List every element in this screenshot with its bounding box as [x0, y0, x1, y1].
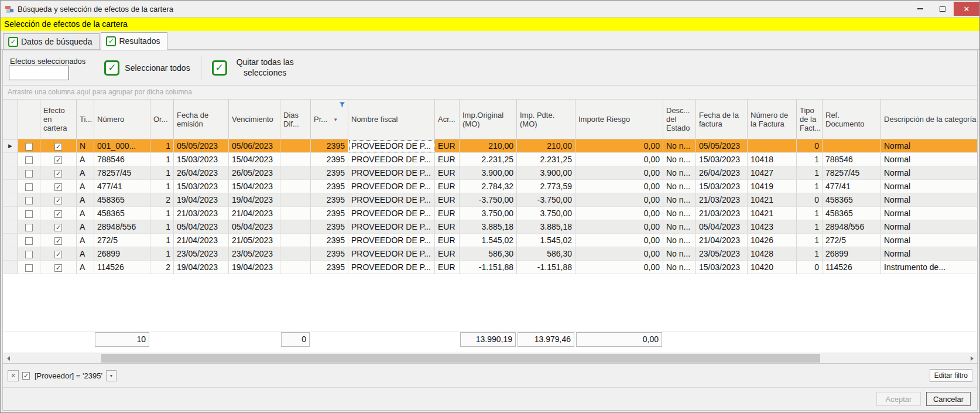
cell-ti[interactable]: A — [77, 193, 94, 207]
cell-tipofact[interactable]: 0 — [797, 193, 823, 207]
table-row[interactable]: ✓A788546115/03/202315/04/20232395PROVEED… — [3, 153, 977, 166]
cell-check[interactable] — [18, 193, 40, 207]
cell-numfact[interactable]: 10421 — [748, 207, 797, 220]
cell-check[interactable] — [18, 261, 40, 274]
col-header-or[interactable]: Or... — [150, 100, 174, 139]
cell-venc[interactable]: 26/05/2023 — [229, 166, 280, 180]
scroll-right-button[interactable] — [967, 353, 977, 363]
cell-ffactura[interactable]: 23/05/2023 — [696, 247, 748, 261]
cell-check[interactable] — [18, 234, 40, 247]
cell-efecto[interactable]: ✓ — [40, 261, 77, 274]
cell-ti[interactable]: A — [77, 234, 94, 247]
cell-acr[interactable]: EUR — [435, 180, 460, 193]
cell-nombre[interactable]: PROVEEDOR DE P... — [348, 234, 435, 247]
cell-ti[interactable]: A — [77, 220, 94, 234]
cell-nombre[interactable]: PROVEEDOR DE P... — [348, 220, 435, 234]
cell-categoria[interactable]: Normal — [881, 180, 977, 193]
cell-imppdte[interactable]: 210,00 — [517, 139, 575, 153]
cell-numero[interactable]: 477/41 — [94, 180, 150, 193]
cell-venc[interactable]: 15/04/2023 — [229, 153, 280, 166]
cell-efecto[interactable]: ✓ — [40, 220, 77, 234]
cell-numero[interactable]: 26899 — [94, 247, 150, 261]
table-row[interactable]: ✓A78257/45126/04/202326/05/20232395PROVE… — [3, 166, 977, 180]
checkbox-unchecked[interactable] — [25, 170, 33, 178]
scroll-left-button[interactable] — [3, 353, 13, 363]
cell-ti[interactable]: A — [77, 153, 94, 166]
cell-numero[interactable]: 458365 — [94, 207, 150, 220]
table-row[interactable]: ✓A458365219/04/202319/04/20232395PROVEED… — [3, 193, 977, 207]
cancel-button[interactable]: Cancelar — [926, 392, 971, 406]
cell-ti[interactable]: A — [77, 247, 94, 261]
cell-efecto[interactable]: ✓ — [40, 166, 77, 180]
cell-dias[interactable] — [280, 139, 311, 153]
cell-venc[interactable]: 05/06/2023 — [229, 139, 280, 153]
cell-imporig[interactable]: 210,00 — [460, 139, 517, 153]
cell-or[interactable]: 1 — [150, 247, 174, 261]
col-header-imporig[interactable]: Imp.Original (MO) — [460, 100, 517, 139]
cell-numero[interactable]: 458365 — [94, 193, 150, 207]
cell-dias[interactable] — [280, 180, 311, 193]
select-all-button[interactable]: ✓ Seleccionar todos — [98, 58, 196, 78]
cell-nombre[interactable]: PROVEEDOR DE P... — [348, 180, 435, 193]
col-header-acr[interactable]: Acr... — [435, 100, 460, 139]
cell-tipofact[interactable]: 1 — [797, 207, 823, 220]
col-header-descestado[interactable]: Desc... del Estado — [663, 100, 696, 139]
cell-nombre[interactable]: PROVEEDOR DE P... — [348, 261, 435, 274]
cell-venc[interactable]: 21/05/2023 — [229, 234, 280, 247]
cell-acr[interactable]: EUR — [435, 220, 460, 234]
col-header-ffactura[interactable]: Fecha de la factura — [696, 100, 748, 139]
cell-femision[interactable]: 19/04/2023 — [174, 193, 229, 207]
cell-efecto[interactable]: ✓ — [40, 193, 77, 207]
cell-tipofact[interactable]: 1 — [797, 166, 823, 180]
table-row[interactable]: ✓A26899123/05/202323/05/20232395PROVEEDO… — [3, 247, 977, 261]
cell-ffactura[interactable]: 26/04/2023 — [696, 166, 748, 180]
col-header-ti[interactable]: Ti... — [77, 100, 94, 139]
cell-venc[interactable]: 05/04/2023 — [229, 220, 280, 234]
cell-venc[interactable]: 19/04/2023 — [229, 193, 280, 207]
horizontal-scrollbar[interactable] — [3, 353, 977, 363]
cell-or[interactable]: 2 — [150, 261, 174, 274]
cell-refdoc[interactable]: 28948/556 — [823, 220, 881, 234]
cell-numfact[interactable]: 10419 — [748, 180, 797, 193]
cell-dias[interactable] — [280, 193, 311, 207]
cell-efecto[interactable]: ✓ — [40, 180, 77, 193]
cell-dias[interactable] — [280, 166, 311, 180]
cell-imppdte[interactable]: -3.750,00 — [517, 193, 575, 207]
table-row[interactable]: ✓A477/41115/03/202315/04/20232395PROVEED… — [3, 180, 977, 193]
cell-or[interactable]: 2 — [150, 193, 174, 207]
minimize-button[interactable] — [909, 2, 931, 16]
col-header-pr[interactable]: Pr...▼ — [311, 100, 348, 139]
cell-categoria[interactable]: Normal — [881, 207, 977, 220]
cell-numfact[interactable]: 10428 — [748, 247, 797, 261]
tab-datos-de-busqueda[interactable]: ✓ Datos de búsqueda — [3, 33, 100, 49]
cell-or[interactable]: 1 — [150, 139, 174, 153]
cell-venc[interactable]: 15/04/2023 — [229, 180, 280, 193]
cell-numfact[interactable]: 10423 — [748, 220, 797, 234]
cell-imporig[interactable]: 3.750,00 — [460, 207, 517, 220]
cell-ti[interactable]: A — [77, 207, 94, 220]
cell-descestado[interactable]: No n... — [663, 153, 696, 166]
cell-refdoc[interactable]: 272/5 — [823, 234, 881, 247]
cell-dias[interactable] — [280, 234, 311, 247]
cell-refdoc[interactable]: 26899 — [823, 247, 881, 261]
scrollbar-thumb[interactable] — [101, 354, 820, 363]
cell-efecto[interactable]: ✓ — [40, 153, 77, 166]
cell-imporig[interactable]: -1.151,88 — [460, 261, 517, 274]
accept-button[interactable]: Aceptar — [876, 392, 921, 406]
cell-tipofact[interactable]: 1 — [797, 180, 823, 193]
remove-filter-button[interactable]: ✕ — [8, 370, 19, 381]
cell-refdoc[interactable]: 788546 — [823, 153, 881, 166]
cell-refdoc[interactable]: 477/41 — [823, 180, 881, 193]
cell-tipofact[interactable]: 1 — [797, 153, 823, 166]
cell-femision[interactable]: 21/04/2023 — [174, 234, 229, 247]
table-row[interactable]: ✓A458365121/03/202321/04/20232395PROVEED… — [3, 207, 977, 220]
cell-efecto[interactable]: ✓ — [40, 139, 77, 153]
cell-descestado[interactable]: No n... — [663, 180, 696, 193]
cell-ffactura[interactable]: 05/05/2023 — [696, 139, 748, 153]
cell-riesgo[interactable]: 0,00 — [575, 193, 663, 207]
checkbox-checked[interactable]: ✓ — [54, 210, 62, 218]
cell-riesgo[interactable]: 0,00 — [575, 247, 663, 261]
cell-descestado[interactable]: No n... — [663, 193, 696, 207]
cell-acr[interactable]: EUR — [435, 261, 460, 274]
cell-refdoc[interactable]: 458365 — [823, 207, 881, 220]
